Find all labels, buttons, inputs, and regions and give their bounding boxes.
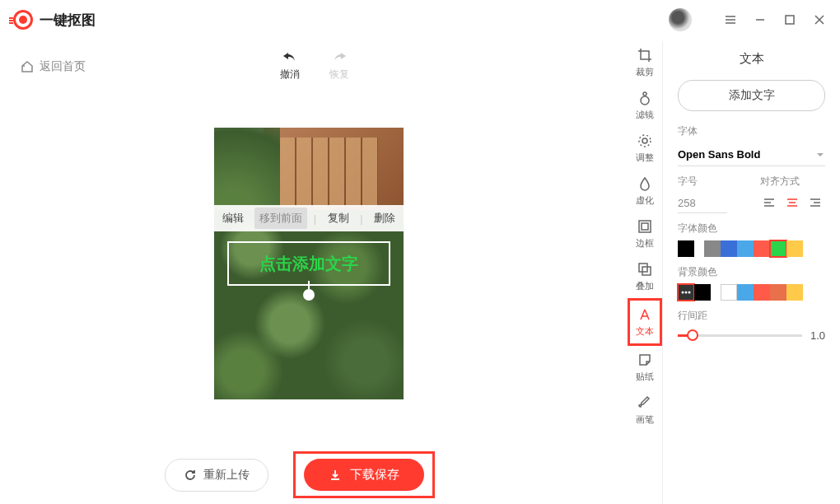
menu-icon[interactable] xyxy=(723,12,738,27)
text-placeholder: 点击添加文字 xyxy=(259,253,358,275)
download-label: 下载保存 xyxy=(350,467,399,483)
tool-adjust[interactable]: 调整 xyxy=(628,127,662,170)
line-spacing-slider[interactable] xyxy=(678,334,802,337)
align-label: 对齐方式 xyxy=(760,175,826,189)
undo-button[interactable]: 撤消 xyxy=(280,51,300,82)
svg-point-9 xyxy=(642,138,647,143)
tool-rail: 裁剪 滤镜 调整 虚化 边框 叠加 文本 贴纸 画笔 xyxy=(628,41,662,432)
font-select[interactable]: Open Sans Bold xyxy=(678,143,825,166)
canvas[interactable]: 编辑 移到前面 | 复制 | 删除 点击添加文字 xyxy=(214,128,404,399)
tool-overlay[interactable]: 叠加 xyxy=(628,255,662,298)
download-highlight: 下载保存 xyxy=(293,451,435,498)
color-swatch[interactable] xyxy=(694,284,711,301)
redo-button: 恢复 xyxy=(329,51,349,82)
align-left-button[interactable] xyxy=(760,194,778,212)
tool-sticker[interactable]: 贴纸 xyxy=(628,346,662,389)
back-home-link[interactable]: 返回首页 xyxy=(20,59,86,74)
svg-rect-4 xyxy=(786,16,794,24)
refresh-icon xyxy=(184,469,197,482)
redo-label: 恢复 xyxy=(329,68,349,82)
line-spacing-value: 1.0 xyxy=(810,329,825,342)
ctx-delete[interactable]: 删除 xyxy=(369,211,400,226)
font-label: 字体 xyxy=(678,124,825,138)
tool-text[interactable]: 文本 xyxy=(628,298,662,346)
slider-thumb[interactable] xyxy=(687,329,698,341)
svg-rect-14 xyxy=(642,267,651,275)
size-label: 字号 xyxy=(678,175,744,189)
bg-color-label: 背景颜色 xyxy=(678,265,825,279)
redo-icon xyxy=(331,51,348,64)
color-swatch[interactable] xyxy=(754,240,770,257)
panel-title: 文本 xyxy=(678,51,825,67)
add-text-button[interactable]: 添加文字 xyxy=(678,80,825,111)
color-swatch[interactable] xyxy=(721,240,737,257)
download-icon xyxy=(329,469,342,482)
tool-brush[interactable]: 画笔 xyxy=(628,389,662,432)
font-color-swatches xyxy=(678,240,825,257)
color-swatch[interactable] xyxy=(737,284,754,301)
color-swatch[interactable] xyxy=(704,240,721,257)
size-input[interactable] xyxy=(678,194,727,213)
svg-point-25 xyxy=(685,292,688,294)
text-properties-panel: 文本 添加文字 字体 Open Sans Bold 字号 对齐方式 字体颜色 背… xyxy=(662,41,840,504)
color-swatch[interactable] xyxy=(770,284,786,301)
maximize-button[interactable] xyxy=(782,12,797,27)
color-swatch[interactable] xyxy=(678,284,694,301)
app-title: 一键抠图 xyxy=(40,11,96,30)
text-selection-box[interactable]: 点击添加文字 xyxy=(227,241,390,286)
color-swatch[interactable] xyxy=(737,240,754,257)
user-avatar[interactable] xyxy=(669,8,692,31)
app-logo: 一键抠图 xyxy=(13,10,96,30)
bg-color-swatches xyxy=(678,284,825,301)
text-context-menu: 编辑 移到前面 | 复制 | 删除 xyxy=(214,205,404,231)
reupload-button[interactable]: 重新上传 xyxy=(165,459,268,492)
color-swatch[interactable] xyxy=(786,240,803,257)
rotate-handle[interactable] xyxy=(303,289,315,301)
download-button[interactable]: 下载保存 xyxy=(304,459,424,491)
color-swatch[interactable] xyxy=(770,240,786,257)
tool-blur[interactable]: 虚化 xyxy=(628,170,662,212)
photo-image: 编辑 移到前面 | 复制 | 删除 点击添加文字 xyxy=(214,128,404,399)
reupload-label: 重新上传 xyxy=(203,468,250,483)
undo-label: 撤消 xyxy=(280,68,300,82)
ctx-copy[interactable]: 复制 xyxy=(323,211,354,226)
minimize-button[interactable] xyxy=(753,12,768,27)
svg-point-24 xyxy=(682,292,684,294)
svg-point-7 xyxy=(641,96,649,105)
back-home-label: 返回首页 xyxy=(40,59,86,74)
font-color-label: 字体颜色 xyxy=(678,222,825,236)
undo-icon xyxy=(282,51,298,64)
line-spacing-label: 行间距 xyxy=(678,309,825,323)
ctx-bring-front[interactable]: 移到前面 xyxy=(254,208,307,229)
align-right-button[interactable] xyxy=(806,194,824,212)
color-swatch[interactable] xyxy=(721,284,737,301)
color-swatch[interactable] xyxy=(678,240,694,257)
tool-filter[interactable]: 滤镜 xyxy=(628,84,662,127)
close-button[interactable] xyxy=(812,12,827,27)
chevron-down-icon xyxy=(815,150,825,160)
ctx-edit[interactable]: 编辑 xyxy=(217,211,249,226)
font-value: Open Sans Bold xyxy=(678,148,760,161)
tool-border[interactable]: 边框 xyxy=(628,212,662,255)
home-icon xyxy=(20,59,35,74)
svg-rect-11 xyxy=(639,221,651,232)
logo-icon xyxy=(13,10,33,30)
align-center-button[interactable] xyxy=(783,194,801,212)
svg-point-10 xyxy=(639,135,651,147)
color-swatch[interactable] xyxy=(754,284,770,301)
color-swatch[interactable] xyxy=(786,284,803,301)
svg-rect-12 xyxy=(642,223,648,230)
svg-rect-13 xyxy=(639,264,647,272)
tool-crop[interactable]: 裁剪 xyxy=(628,41,662,84)
svg-point-8 xyxy=(643,92,646,96)
svg-point-26 xyxy=(688,292,691,294)
